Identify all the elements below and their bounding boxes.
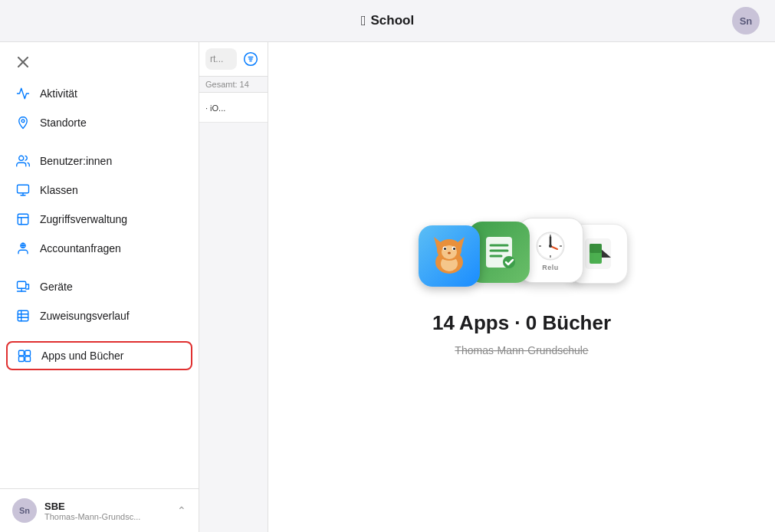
sidebar: Aktivität Standorte Benutzer:innen [0,42,199,532]
app-header:  School Sn [0,0,775,42]
footer-name: SBE [44,501,169,512]
app-icon-1 [419,225,480,287]
svg-rect-21 [25,350,31,356]
svg-point-37 [453,248,455,250]
edu-icon [480,233,518,271]
green-r-icon [579,235,617,273]
location-icon [15,115,31,130]
detail-subtitle: Thomas-Mann-Grundschule [455,344,588,356]
apps-books-icon [17,348,32,363]
sidebar-item-label: Accountanfragen [40,242,121,255]
sidebar-footer[interactable]: Sn SBE Thomas-Mann-Grundsc... ⌃ [0,488,199,532]
sidebar-item-zugriffsverwaltung[interactable]: Zugriffsverwaltung [0,205,199,234]
apple-logo-icon:  [361,13,366,29]
assignment-history-icon [15,308,31,323]
svg-rect-23 [25,356,31,362]
classes-icon [15,182,31,198]
footer-info: SBE Thomas-Mann-Grundsc... [44,501,169,521]
svg-rect-4 [18,185,29,193]
main-layout: Aktivität Standorte Benutzer:innen [0,42,775,532]
users-icon [15,153,31,169]
svg-rect-56 [589,244,602,253]
sidebar-navigation: Aktivität Standorte Benutzer:innen [0,76,199,488]
footer-subtitle: Thomas-Mann-Grundsc... [44,512,169,521]
detail-panel: Relu 14 Apps · 0 Bücher Tho [268,42,775,532]
sidebar-item-accountanfragen[interactable]: Accountanfragen [0,234,199,263]
nav-divider-2 [0,263,199,272]
list-panel-header: rt... [199,42,268,77]
svg-rect-7 [18,214,28,225]
sidebar-item-label: Benutzer:innen [40,155,112,167]
devices-icon [15,279,31,294]
sidebar-item-label: Standorte [40,117,87,129]
sidebar-item-label: Zuweisungsverlauf [40,310,130,322]
svg-rect-16 [18,310,28,321]
activity-icon [15,86,31,101]
list-item[interactable]: · iO... [199,93,268,123]
svg-point-38 [448,252,451,255]
sidebar-item-label: Geräte [40,281,73,293]
nav-divider-3 [0,330,199,340]
footer-avatar: Sn [12,498,37,523]
sidebar-item-standorte[interactable]: Standorte [0,108,199,137]
svg-rect-22 [19,356,25,362]
sidebar-item-label: Zugriffsverwaltung [40,213,127,225]
sidebar-item-zuweisungsverlauf[interactable]: Zuweisungsverlauf [0,301,199,330]
access-icon [15,212,31,227]
sidebar-close-area [0,42,199,76]
filter-button[interactable] [240,48,261,70]
list-panel: rt... Gesamt: 14 · iO... [199,42,268,532]
fox-icon [426,233,472,279]
svg-point-2 [21,120,25,123]
chevron-up-icon: ⌃ [177,504,186,517]
sidebar-item-apps-und-buecher[interactable]: Apps und Bücher [6,341,192,370]
header-title-text: School [370,13,414,28]
header-title:  School [361,13,414,29]
relux-label: Relu [542,264,559,271]
search-partial-display: rt... [205,48,237,70]
detail-content: Relu 14 Apps · 0 Bücher Tho [419,218,626,356]
svg-point-36 [444,248,446,250]
avatar-initials: Sn [740,15,753,27]
sidebar-item-label: Aktivität [40,87,77,100]
svg-point-43 [503,256,515,268]
sidebar-item-benutzerinnen[interactable]: Benutzer:innen [0,146,199,176]
svg-point-3 [19,156,24,160]
sidebar-item-label: Klassen [40,184,78,196]
list-panel-scroll[interactable]: · iO... [199,93,268,532]
user-avatar-button[interactable]: Sn [732,7,760,34]
sidebar-item-klassen[interactable]: Klassen [0,176,199,205]
sidebar-item-geraete[interactable]: Geräte [0,272,199,301]
list-count-label: Gesamt: 14 [199,77,268,93]
svg-point-48 [549,245,552,248]
account-request-icon [15,241,31,256]
list-item-text: · iO... [205,103,225,113]
nav-divider-1 [0,137,199,146]
svg-rect-13 [18,281,26,288]
app-icons-stack: Relu [419,218,626,294]
relux-clock-icon [530,229,572,264]
svg-rect-20 [19,350,25,356]
close-sidebar-button[interactable] [12,51,34,73]
sidebar-item-label: Apps und Bücher [41,350,123,362]
detail-title: 14 Apps · 0 Bücher [432,311,611,335]
sidebar-item-aktivitaet[interactable]: Aktivität [0,79,199,108]
